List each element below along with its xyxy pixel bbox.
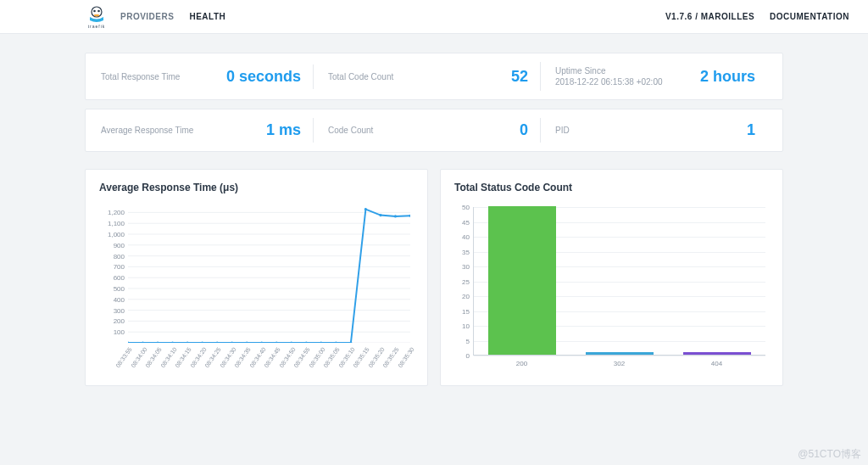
svg-point-31 [335, 341, 337, 343]
svg-point-27 [275, 341, 278, 343]
bar-404 [683, 352, 751, 356]
svg-point-1 [93, 9, 96, 12]
stat-uptime: Uptime Since 2018-12-22 06:15:38 +02:00 … [540, 65, 767, 87]
stat-average-response-time: Average Response Time 1 ms [101, 121, 313, 139]
svg-rect-3 [94, 14, 99, 16]
stat-total-code-count: Total Code Count 52 [313, 68, 540, 86]
svg-point-34 [379, 214, 381, 216]
line-x-axis: 08:33:5508:34:0008:34:0508:34:1008:34:15… [128, 346, 410, 377]
bar-200 [488, 206, 556, 355]
svg-point-2 [97, 9, 100, 12]
stat-value: 1 [747, 121, 767, 139]
stat-value: 2 hours [700, 68, 767, 86]
svg-point-20 [171, 341, 174, 343]
svg-point-28 [290, 341, 292, 343]
charts-row: Average Response Time (μs) 1002003004005… [85, 169, 783, 386]
stats-row-1: Total Response Time 0 seconds Total Code… [85, 53, 783, 100]
logo-text: traefik [88, 24, 106, 29]
svg-point-21 [186, 341, 189, 343]
chart-title: Average Response Time (μs) [99, 182, 414, 193]
svg-point-36 [409, 215, 410, 217]
nav-health[interactable]: HEALTH [189, 12, 225, 21]
stat-code-count: Code Count 0 [313, 121, 540, 139]
svg-point-29 [305, 341, 308, 343]
stats-row-2: Average Response Time 1 ms Code Count 0 … [85, 109, 783, 152]
svg-point-24 [231, 341, 233, 343]
nav-version: V1.7.6 / MAROILLES [665, 12, 754, 21]
nav-providers[interactable]: PROVIDERS [120, 12, 174, 21]
line-chart-area: 1002003004005006007008009001,0001,1001,2… [99, 207, 414, 377]
svg-point-33 [364, 208, 367, 210]
svg-point-23 [216, 341, 219, 343]
stat-value: 1 ms [266, 121, 313, 139]
svg-point-22 [201, 341, 203, 343]
chart-avg-response-time: Average Response Time (μs) 1002003004005… [85, 169, 428, 386]
stat-label: Average Response Time [101, 125, 193, 136]
stat-value: 52 [511, 68, 540, 86]
svg-point-17 [128, 341, 130, 343]
stat-label: Total Code Count [328, 71, 393, 82]
nav-left: PROVIDERS HEALTH [120, 12, 225, 21]
chart-status-code-count: Total Status Code Count 0510152025303540… [440, 169, 783, 386]
stat-label: Total Response Time [101, 71, 180, 82]
watermark: @51CTO博客 [798, 447, 861, 462]
svg-point-18 [142, 341, 144, 343]
stat-pid: PID 1 [540, 121, 767, 139]
top-nav: traefik PROVIDERS HEALTH V1.7.6 / MAROIL… [0, 0, 868, 34]
logo[interactable]: traefik [85, 4, 108, 30]
traefik-logo-icon [87, 6, 106, 23]
chart-title: Total Status Code Count [454, 182, 769, 193]
line-plot [128, 207, 410, 343]
svg-point-25 [246, 341, 248, 343]
svg-point-26 [260, 341, 263, 343]
svg-point-19 [156, 341, 159, 343]
nav-right: V1.7.6 / MAROILLES DOCUMENTATION [665, 12, 849, 21]
svg-point-35 [394, 215, 397, 217]
bar-302 [586, 352, 654, 356]
stat-total-response-time: Total Response Time 0 seconds [101, 68, 313, 86]
bar-x-axis: 200302404 [473, 360, 765, 367]
line-svg [128, 207, 410, 343]
svg-point-30 [320, 341, 322, 343]
stat-label: Uptime Since 2018-12-22 06:15:38 +02:00 [555, 65, 663, 87]
stat-value: 0 [520, 121, 540, 139]
bar-plot [473, 207, 765, 356]
stat-label: Code Count [328, 125, 373, 136]
stat-label: PID [555, 125, 570, 136]
stat-value: 0 seconds [226, 68, 313, 86]
page-body: Total Response Time 0 seconds Total Code… [0, 34, 868, 386]
nav-docs[interactable]: DOCUMENTATION [770, 12, 849, 21]
bar-chart-area: 05101520253035404550 200302404 [454, 207, 769, 377]
